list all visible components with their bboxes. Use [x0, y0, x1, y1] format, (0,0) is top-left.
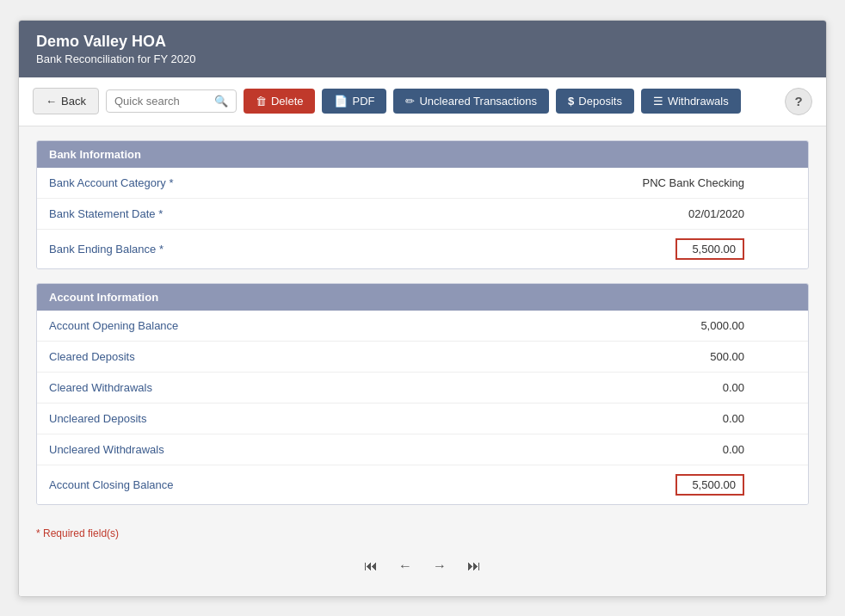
back-button[interactable]: ← Back: [33, 88, 99, 114]
account-opening-balance-label: Account Opening Balance: [49, 319, 238, 332]
account-opening-balance-value: 5,000.00: [238, 319, 796, 332]
account-closing-balance-value-wrapper: 5,500.00: [238, 474, 796, 496]
page-header: Demo Valley HOA Bank Reconciliation for …: [19, 21, 826, 77]
main-window: Demo Valley HOA Bank Reconciliation for …: [18, 20, 827, 597]
account-closing-balance-row: Account Closing Balance 5,500.00: [37, 465, 808, 504]
first-page-button[interactable]: ⏮: [359, 557, 383, 576]
search-box[interactable]: 🔍: [106, 89, 237, 113]
bank-info-section: Bank Information Bank Account Category *…: [36, 140, 809, 269]
account-closing-balance-label: Account Closing Balance: [49, 478, 238, 491]
bank-account-category-label: Bank Account Category *: [49, 176, 238, 189]
bank-ending-balance-value-wrapper: 5,500.00: [238, 238, 796, 260]
uncleared-deposits-value: 0.00: [238, 412, 796, 425]
pdf-icon: 📄: [334, 95, 348, 108]
toolbar: ← Back 🔍 🗑 Delete 📄 PDF ✏ Uncleared Tran…: [19, 77, 826, 126]
bank-statement-date-row: Bank Statement Date * 02/01/2020: [37, 199, 808, 230]
account-info-header: Account Information: [37, 284, 808, 311]
bank-ending-balance-label: Bank Ending Balance *: [49, 243, 238, 256]
list-icon: ☰: [653, 95, 663, 108]
uncleared-transactions-button[interactable]: ✏ Uncleared Transactions: [393, 89, 549, 114]
help-button[interactable]: ?: [785, 88, 812, 115]
account-opening-balance-row: Account Opening Balance 5,000.00: [37, 311, 808, 342]
bank-ending-balance-value[interactable]: 5,500.00: [675, 238, 744, 260]
last-page-button[interactable]: ⏭: [462, 557, 486, 576]
uncleared-deposits-label: Uncleared Deposits: [49, 412, 238, 425]
page-title: Demo Valley HOA: [36, 33, 809, 51]
bank-statement-date-value: 02/01/2020: [238, 207, 796, 220]
bank-account-category-row: Bank Account Category * PNC Bank Checkin…: [37, 168, 808, 199]
bank-ending-balance-row: Bank Ending Balance * 5,500.00: [37, 230, 808, 268]
bank-info-body: Bank Account Category * PNC Bank Checkin…: [37, 168, 808, 268]
cleared-withdrawals-row: Cleared Withdrawals 0.00: [37, 373, 808, 403]
deposits-button[interactable]: $ Deposits: [556, 89, 634, 114]
next-page-button[interactable]: →: [428, 557, 452, 576]
cleared-deposits-row: Cleared Deposits 500.00: [37, 342, 808, 373]
account-closing-balance-value[interactable]: 5,500.00: [675, 474, 744, 496]
page-content: Bank Information Bank Account Category *…: [19, 126, 826, 596]
bank-account-category-value: PNC Bank Checking: [238, 176, 796, 189]
cleared-withdrawals-value: 0.00: [238, 381, 796, 394]
bank-info-header: Bank Information: [37, 141, 808, 168]
pen-icon: ✏: [405, 95, 415, 108]
bank-statement-date-label: Bank Statement Date *: [49, 207, 238, 220]
prev-page-button[interactable]: ←: [393, 557, 417, 576]
required-note: * Required field(s): [36, 519, 809, 546]
cleared-deposits-value: 500.00: [238, 350, 796, 363]
pdf-button[interactable]: 📄 PDF: [322, 89, 386, 114]
uncleared-withdrawals-row: Uncleared Withdrawals 0.00: [37, 434, 808, 465]
uncleared-withdrawals-label: Uncleared Withdrawals: [49, 443, 238, 456]
dollar-icon: $: [568, 95, 574, 108]
pagination: ⏮ ← → ⏭: [36, 546, 809, 579]
search-input[interactable]: [114, 95, 209, 108]
back-icon: ←: [46, 95, 57, 108]
search-icon: 🔍: [214, 95, 228, 108]
uncleared-deposits-row: Uncleared Deposits 0.00: [37, 403, 808, 434]
page-subtitle: Bank Reconciliation for FY 2020: [36, 52, 809, 65]
account-info-body: Account Opening Balance 5,000.00 Cleared…: [37, 311, 808, 504]
delete-button[interactable]: 🗑 Delete: [244, 89, 316, 114]
cleared-deposits-label: Cleared Deposits: [49, 350, 238, 363]
account-info-section: Account Information Account Opening Bala…: [36, 283, 809, 505]
uncleared-withdrawals-value: 0.00: [238, 443, 796, 456]
cleared-withdrawals-label: Cleared Withdrawals: [49, 381, 238, 394]
withdrawals-button[interactable]: ☰ Withdrawals: [641, 89, 741, 114]
trash-icon: 🗑: [256, 95, 267, 108]
